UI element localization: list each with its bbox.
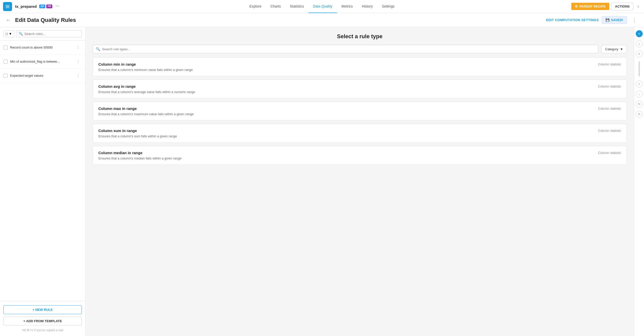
rule-menu-button-0[interactable]: ⋮ (75, 45, 82, 50)
category-filter-button[interactable]: Category ▼ (601, 45, 627, 53)
category-label: Category (605, 47, 618, 51)
rule-card-1[interactable]: Column avg in range Column statistic Ens… (93, 79, 627, 99)
tab-data-quality[interactable]: Data Quality (308, 0, 337, 13)
saved-button[interactable]: 💾 SAVED! (602, 16, 627, 24)
rule-card-header-4: Column median in range Column statistic (98, 151, 621, 155)
badge-gp: GP (39, 5, 45, 8)
header-right: EDIT COMPUTATION SETTINGS 💾 SAVED! ⋮ (546, 16, 639, 24)
parent-recipe-icon: ⚙ (575, 5, 578, 8)
svg-point-0 (57, 6, 58, 7)
save-icon: 💾 (606, 18, 610, 22)
sidebar-search-wrap[interactable]: 🔍 (16, 30, 82, 37)
nav-tabs: Explore Charts Statistics Data Quality M… (245, 0, 399, 13)
rule-card-category-0: Column statistic (598, 62, 621, 66)
rule-card-header-3: Column sum in range Column statistic (98, 129, 621, 133)
rule-type-search-wrap[interactable]: 🔍 (93, 45, 598, 53)
tab-settings[interactable]: Settings (377, 0, 399, 13)
rule-card-4[interactable]: Column median in range Column statistic … (93, 146, 627, 165)
list-item[interactable]: Expected target values ⋮ (0, 69, 85, 83)
right-info-button[interactable]: i (636, 40, 643, 47)
rule-text-2: Expected target values (10, 74, 72, 77)
list-item[interactable]: Min of authorized_flag is betwee... ⋮ (0, 55, 85, 69)
svg-point-1 (58, 6, 59, 7)
main-layout: □ ▼ 🔍 Record count is above 50000 ⋮ Min … (0, 27, 644, 336)
top-nav: tx_prepared GP PR Explore Charts Statist… (0, 0, 644, 13)
right-settings-button[interactable]: ↻ (636, 101, 643, 108)
rule-type-search-bar: 🔍 Category ▼ (93, 45, 627, 53)
app-logo (3, 2, 12, 11)
rule-card-header-1: Column avg in range Column statistic (98, 84, 621, 89)
filter-chevron-icon: ▼ (9, 32, 12, 36)
rule-menu-button-1[interactable]: ⋮ (75, 59, 82, 64)
search-icon: 🔍 (96, 47, 100, 51)
tab-charts[interactable]: Charts (266, 0, 285, 13)
nav-badges: GP PR (39, 5, 52, 8)
rule-checkbox-2[interactable] (4, 74, 8, 78)
rule-type-search-input[interactable] (102, 47, 595, 51)
tab-metrics[interactable]: Metrics (337, 0, 357, 13)
actions-button[interactable]: ACTIONS (611, 3, 634, 10)
edit-computation-button[interactable]: EDIT COMPUTATION SETTINGS (546, 18, 599, 22)
right-sidebar: + i ≡ ✓ ↓ ↻ ↻ (634, 27, 644, 336)
add-template-button[interactable]: + ADD FROM TEMPLATE (4, 317, 82, 325)
collapse-nav-button[interactable]: › (635, 3, 641, 10)
right-list-button[interactable]: ≡ (636, 50, 643, 57)
back-button[interactable]: ← (5, 16, 12, 24)
rule-card-2[interactable]: Column max in range Column statistic Ens… (93, 102, 627, 121)
parent-recipe-button[interactable]: ⚙ PARENT RECIPE (571, 3, 609, 10)
rule-card-3[interactable]: Column sum in range Column statistic Ens… (93, 124, 627, 143)
rule-card-name-4: Column median in range (98, 151, 142, 155)
rule-card-desc-3: Ensures that a column's sum falls within… (98, 134, 621, 138)
content-title: Select a rule type (93, 33, 627, 40)
rule-menu-button-2[interactable]: ⋮ (75, 73, 82, 78)
right-refresh-button[interactable]: ↻ (636, 111, 643, 118)
rule-card-name-3: Column sum in range (98, 129, 137, 133)
rule-card-desc-0: Ensures that a column's minimum value fa… (98, 68, 621, 72)
svg-point-2 (56, 6, 57, 7)
rule-card-desc-2: Ensures that a column's maximum value fa… (98, 112, 621, 116)
rule-card-category-3: Column statistic (598, 129, 621, 133)
rule-card-name-1: Column avg in range (98, 84, 136, 89)
rule-card-desc-1: Ensures that a column's average value fa… (98, 90, 621, 94)
sidebar-filter-button[interactable]: □ ▼ (4, 30, 14, 37)
rule-text-1: Min of authorized_flag is betwee... (10, 60, 72, 63)
rule-card-category-1: Column statistic (598, 85, 621, 88)
page-title: Edit Data Quality Rules (15, 17, 76, 23)
list-item[interactable]: Record count is above 50000 ⋮ (0, 40, 85, 55)
scrollbar-track (638, 61, 640, 76)
right-check-button[interactable]: ✓ (636, 80, 643, 88)
right-download-button[interactable]: ↓ (636, 91, 643, 98)
rule-card-name-2: Column max in range (98, 106, 137, 111)
tab-explore[interactable]: Explore (245, 0, 266, 13)
search-icon: 🔍 (19, 32, 23, 36)
sidebar-actions: + NEW RULE + ADD FROM TEMPLATE Hit ⌘+V i… (0, 301, 85, 336)
rule-card-0[interactable]: Column min in range Column statistic Ens… (93, 57, 627, 76)
sidebar-hint: Hit ⌘+V if you've copied a rule (4, 328, 82, 332)
nav-right-actions: ⚙ PARENT RECIPE ACTIONS › (571, 3, 641, 10)
rule-card-name-0: Column min in range (98, 62, 136, 66)
checkbox-icon: □ (6, 32, 8, 36)
sidebar-search-input[interactable] (24, 32, 79, 36)
rule-card-header-0: Column min in range Column statistic (98, 62, 621, 66)
rule-card-header-2: Column max in range Column statistic (98, 106, 621, 111)
page-header: ← Edit Data Quality Rules EDIT COMPUTATI… (0, 13, 644, 27)
rule-checkbox-1[interactable] (4, 60, 8, 64)
tab-history[interactable]: History (357, 0, 377, 13)
sidebar-rules-list: Record count is above 50000 ⋮ Min of aut… (0, 40, 85, 301)
sidebar: □ ▼ 🔍 Record count is above 50000 ⋮ Min … (0, 27, 86, 336)
saved-label: SAVED! (611, 18, 623, 22)
category-chevron-icon: ▼ (620, 47, 623, 51)
rule-card-category-4: Column statistic (598, 151, 621, 155)
badge-pr: PR (46, 5, 52, 8)
parent-recipe-label: PARENT RECIPE (579, 5, 606, 8)
dataset-name: tx_prepared (15, 4, 37, 9)
rule-card-category-2: Column statistic (598, 107, 621, 110)
nav-extra-icon[interactable] (54, 3, 60, 10)
rule-checkbox-0[interactable] (4, 46, 8, 50)
right-add-button[interactable]: + (636, 30, 643, 37)
tab-statistics[interactable]: Statistics (285, 0, 308, 13)
rule-card-desc-4: Ensures that a column's median falls wit… (98, 156, 621, 160)
more-options-button[interactable]: ⋮ (630, 16, 639, 24)
content-area: Select a rule type 🔍 Category ▼ Column m… (86, 27, 634, 336)
new-rule-button[interactable]: + NEW RULE (4, 305, 82, 314)
